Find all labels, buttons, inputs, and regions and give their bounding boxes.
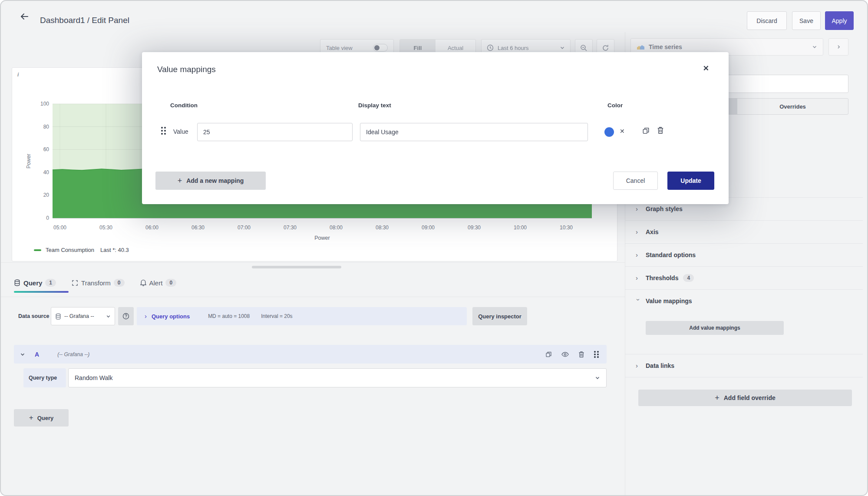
section-thresholds[interactable]: ›Thresholds4: [625, 266, 863, 289]
chevron-right-icon: ›: [636, 274, 641, 281]
time-series-viz-icon: [637, 44, 645, 50]
query-inspector-button[interactable]: Query inspector: [472, 307, 527, 325]
zoom-out-icon: [580, 44, 587, 52]
legend-series-name[interactable]: Team Consumption: [46, 247, 94, 253]
add-field-override-button[interactable]: + Add field override: [638, 390, 852, 406]
add-query-button[interactable]: + Query: [14, 409, 69, 427]
chart-legend: Team Consumption Last *: 40.3: [34, 247, 129, 253]
svg-text:09:30: 09:30: [468, 225, 481, 231]
duplicate-query-icon[interactable]: [545, 351, 552, 358]
query-row-header[interactable]: A (-- Grafana --): [14, 345, 607, 364]
time-range-label: Last 6 hours: [498, 45, 529, 51]
tabs-divider: [1, 297, 625, 297]
add-new-mapping-button[interactable]: + Add a new mapping: [155, 172, 266, 190]
svg-text:0: 0: [46, 215, 49, 221]
chevron-right-icon: ›: [636, 251, 641, 258]
back-arrow-icon[interactable]: [19, 11, 30, 22]
chevron-right-icon: [836, 44, 841, 50]
query-type-select[interactable]: Random Walk: [68, 368, 607, 387]
section-value-mappings[interactable]: ›Value mappings: [625, 289, 863, 312]
mapping-display-text-input[interactable]: [360, 123, 588, 141]
svg-text:05:00: 05:00: [53, 225, 66, 231]
datasource-select[interactable]: -- Grafana --: [51, 307, 115, 325]
remove-color-icon[interactable]: ✕: [620, 128, 625, 135]
chevron-down-icon: [560, 45, 565, 50]
datasource-help-button[interactable]: [118, 307, 134, 325]
section-label: Data links: [646, 362, 674, 369]
datasource-value: -- Grafana --: [64, 313, 94, 319]
breadcrumb: Dashboard1 / Edit Panel: [40, 16, 129, 25]
database-icon: [14, 279, 20, 286]
apply-button[interactable]: Apply: [825, 11, 854, 30]
section-axis[interactable]: ›Axis: [625, 220, 863, 243]
chevron-right-icon: ›: [145, 312, 150, 320]
collapse-chevron-icon[interactable]: [20, 352, 25, 357]
modal-title: Value mappings: [157, 65, 216, 74]
query-options-bar: › Query options MD = auto = 1008 Interva…: [137, 307, 467, 325]
mapping-value-input[interactable]: [197, 123, 353, 141]
help-icon: [122, 313, 129, 320]
tab-query[interactable]: Query 1: [14, 279, 56, 293]
query-type-label: Query type: [23, 368, 66, 387]
query-refid: A: [35, 351, 39, 358]
clock-icon: [487, 44, 494, 51]
database-icon: [55, 313, 61, 320]
color-column-header: Color: [607, 102, 623, 109]
svg-text:40: 40: [43, 169, 50, 175]
delete-query-trash-icon[interactable]: [578, 351, 584, 358]
drag-query-handle[interactable]: [594, 351, 599, 357]
svg-text:06:00: 06:00: [145, 225, 158, 231]
duplicate-mapping-icon[interactable]: [642, 127, 650, 135]
section-label: Standard options: [646, 251, 696, 258]
section-standard-options[interactable]: ›Standard options: [625, 243, 863, 266]
delete-mapping-trash-icon[interactable]: [657, 126, 664, 134]
chevron-right-icon: ›: [636, 362, 641, 369]
alert-count-badge: 0: [165, 279, 176, 287]
query-options-link[interactable]: Query options: [152, 313, 190, 320]
svg-text:20: 20: [43, 192, 50, 198]
svg-text:07:30: 07:30: [284, 225, 297, 231]
cancel-button[interactable]: Cancel: [613, 172, 658, 190]
section-label: Graph styles: [646, 205, 683, 212]
svg-text:07:00: 07:00: [238, 225, 251, 231]
mapping-color-swatch[interactable]: [604, 127, 614, 137]
resize-drag-handle[interactable]: [252, 266, 341, 268]
legend-last-value: Last *: 40.3: [100, 247, 129, 253]
section-label: Thresholds: [646, 274, 678, 281]
section-count-badge: 4: [683, 274, 694, 282]
hide-query-eye-icon[interactable]: [561, 352, 569, 357]
svg-text:100: 100: [40, 101, 49, 107]
plus-icon: +: [715, 393, 719, 403]
discard-button[interactable]: Discard: [747, 11, 787, 30]
value-mappings-modal: Value mappings ✕ Condition Display text …: [142, 52, 729, 204]
close-modal-icon[interactable]: ✕: [703, 64, 709, 73]
update-button[interactable]: Update: [667, 172, 714, 190]
active-tab-underline: [14, 291, 69, 293]
tab-transform[interactable]: Transform 0: [72, 279, 124, 293]
svg-text:10:00: 10:00: [514, 225, 527, 231]
collapse-options-pane-button[interactable]: [828, 38, 848, 56]
query-count-badge: 1: [45, 279, 56, 287]
visualization-value: Time series: [649, 43, 682, 50]
table-view-toggle[interactable]: [373, 44, 388, 52]
tab-alert[interactable]: Alert 0: [140, 279, 177, 293]
query-datasource-name: (-- Grafana --): [57, 351, 89, 357]
bell-icon: [140, 279, 146, 286]
svg-text:60: 60: [43, 146, 50, 152]
legend-swatch: [34, 249, 41, 251]
header-bar: Dashboard1 / Edit Panel Discard Save App…: [1, 1, 867, 32]
save-button[interactable]: Save: [792, 11, 821, 30]
svg-text:08:00: 08:00: [330, 225, 343, 231]
chevron-down-icon: [812, 44, 817, 50]
editor-tabs: Query 1 Transform 0 Alert 0: [14, 279, 176, 293]
drag-mapping-handle[interactable]: [161, 127, 166, 135]
query-type-value: Random Walk: [75, 374, 112, 381]
section-data-links[interactable]: ›Data links: [625, 354, 863, 377]
overrides-tab[interactable]: Overrides: [737, 99, 848, 114]
section-body-value-mappings: Add value mappings: [625, 312, 863, 354]
svg-text:80: 80: [43, 124, 50, 130]
add-value-mappings-button[interactable]: Add value mappings: [646, 321, 784, 335]
datasource-label: Data source: [18, 307, 50, 325]
svg-text:10:30: 10:30: [560, 225, 573, 231]
section-label: Axis: [646, 228, 659, 235]
